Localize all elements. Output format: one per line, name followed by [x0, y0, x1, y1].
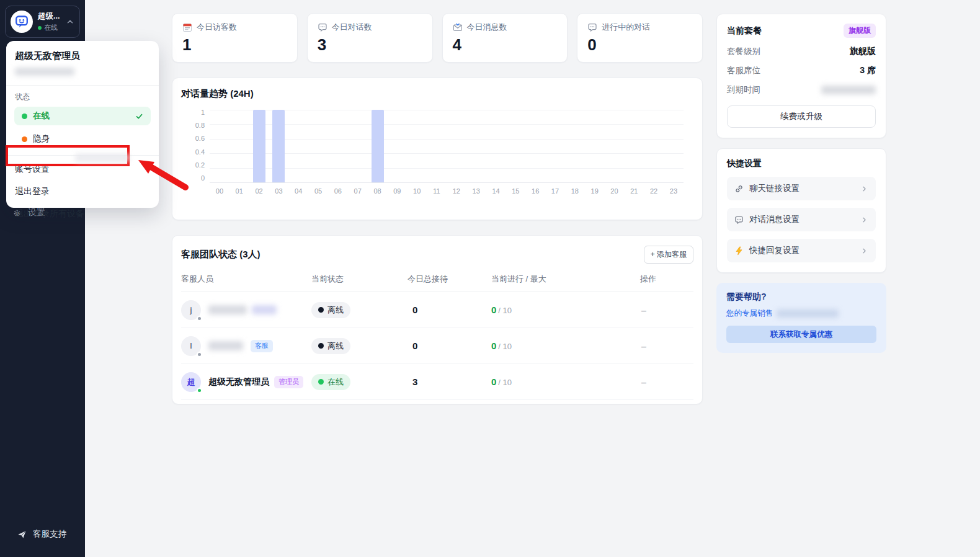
y-tick-label: 0.6	[195, 135, 205, 142]
renew-upgrade-button[interactable]: 续费或升级	[727, 105, 876, 128]
online-status-dot	[38, 26, 42, 30]
chart-x-axis: 0001020304050607080910111213141516171819…	[210, 187, 684, 195]
agent-name: 超级无敌管理员	[208, 377, 269, 388]
bar-slot	[525, 110, 545, 182]
x-tick-label: 17	[545, 187, 565, 195]
help-card: 需要帮助? 您的专属销售 联系获取专属优惠	[716, 283, 886, 353]
column-header-total: 今日总接待	[408, 274, 491, 285]
bar-slot	[664, 110, 684, 182]
role-badge: 管理员	[274, 376, 303, 388]
x-tick-label: 23	[664, 187, 684, 195]
user-dropdown-menu: 超级无敌管理员 状态 在线 隐身 账号设置 退出登录 退出登录所有设备	[6, 41, 159, 208]
bar-slot	[269, 110, 288, 182]
sidebar-item-support[interactable]: 客服支持	[17, 528, 66, 540]
plan-tier-badge: 旗舰版	[844, 24, 876, 38]
bar-slot	[644, 110, 664, 182]
orange-status-dot	[22, 136, 27, 142]
x-tick-label: 15	[506, 187, 525, 195]
chevron-right-icon	[860, 216, 868, 224]
menu-item-account-settings[interactable]: 账号设置	[6, 158, 159, 180]
sidebar-user-name: 超级...	[38, 11, 60, 22]
y-tick-label: 1	[201, 109, 205, 116]
chart-plot-area	[210, 110, 684, 182]
conversation-trend-chart-card: 对话量趋势 (24H) 10.80.60.40.20 0001020304050…	[172, 78, 703, 220]
sidebar-support-label: 客服支持	[33, 528, 66, 540]
quick-item-quick-reply-settings[interactable]: 快捷回复设置	[727, 239, 876, 262]
x-tick-label: 01	[229, 187, 249, 195]
bar-slot	[427, 110, 447, 182]
today-total: 0	[408, 341, 417, 351]
paper-plane-icon	[17, 530, 27, 539]
presence-dot	[197, 316, 202, 321]
avatar: j	[181, 300, 201, 320]
presence-dot	[197, 388, 202, 393]
stat-value: 1	[182, 35, 287, 55]
column-header-actions: 操作	[640, 274, 693, 285]
x-tick-label: 07	[348, 187, 368, 195]
chart-bar	[272, 110, 285, 182]
quick-settings-card: 快捷设置 聊天链接设置 对话消息设置	[716, 148, 886, 273]
bar-slot	[407, 110, 427, 182]
sidebar-user-status: 在线	[44, 23, 58, 32]
bar-slot	[565, 110, 585, 182]
y-tick-label: 0.2	[195, 162, 205, 169]
x-tick-label: 21	[624, 187, 644, 195]
today-total: 3	[408, 377, 417, 387]
status-option-online[interactable]: 在线	[14, 107, 151, 125]
divider	[6, 155, 159, 156]
status-badge: 离线	[311, 302, 350, 318]
bar-slot	[288, 110, 308, 182]
row-action: –	[640, 305, 646, 315]
stat-value: 3	[318, 35, 422, 55]
bar-slot	[605, 110, 625, 182]
chart-bar	[253, 110, 265, 182]
chart-bars	[210, 110, 684, 182]
chart-y-axis: 10.80.60.40.20	[181, 110, 210, 182]
main-content: 今日访客数 1 今日对话数 3	[172, 13, 703, 404]
team-table: 客服人员 当前状态 今日总接待 当前进行 / 最大 操作 j 离线 0 0/ 1…	[181, 274, 693, 400]
chat-bubble-icon	[587, 22, 597, 32]
status-section-label: 状态	[6, 86, 159, 102]
bar-slot	[506, 110, 525, 182]
calendar-icon	[182, 22, 192, 32]
quick-item-message-settings[interactable]: 对话消息设置	[727, 208, 876, 231]
bar-slot	[466, 110, 486, 182]
chart-title: 对话量趋势 (24H)	[181, 88, 693, 100]
current-count: 0	[491, 305, 496, 315]
lightning-icon	[734, 246, 744, 256]
status-badge: 离线	[311, 338, 350, 354]
table-row: l 客服 离线 0 0/ 10 –	[181, 328, 693, 364]
bar-slot	[229, 110, 249, 182]
column-header-current-max: 当前进行 / 最大	[491, 274, 640, 285]
status-badge: 在线	[311, 374, 350, 390]
chevron-right-icon	[860, 247, 868, 255]
x-tick-label: 08	[368, 187, 388, 195]
menu-item-logout-all-devices[interactable]: 退出登录所有设备	[6, 203, 159, 225]
quick-item-chat-link-settings[interactable]: 聊天链接设置	[727, 177, 876, 200]
plan-title: 当前套餐	[727, 25, 762, 37]
redacted-agent-badge	[252, 305, 277, 314]
add-agent-button[interactable]: + 添加客服	[644, 246, 693, 264]
bar-slot	[447, 110, 466, 182]
bar-slot	[624, 110, 644, 182]
link-icon	[734, 184, 744, 194]
chat-smiley-logo-icon	[14, 14, 29, 29]
quick-item-label: 快捷回复设置	[749, 245, 855, 256]
bar-slot	[585, 110, 605, 182]
row-action: –	[640, 341, 646, 351]
column-header-agent: 客服人员	[181, 274, 311, 285]
y-tick-label: 0	[201, 175, 205, 182]
contact-sales-button[interactable]: 联系获取专属优惠	[726, 326, 876, 343]
menu-item-logout[interactable]: 退出登录	[6, 180, 159, 203]
user-menu-trigger[interactable]: 超级... 在线	[5, 6, 80, 38]
stat-label: 进行中的对话	[602, 22, 650, 33]
quick-settings-title: 快捷设置	[727, 158, 876, 169]
chat-bubble-icon	[318, 22, 327, 32]
chevron-right-icon	[860, 185, 868, 193]
x-tick-label: 05	[308, 187, 328, 195]
gridline	[210, 182, 684, 183]
stat-card-ongoing: 进行中的对话 0	[577, 13, 703, 63]
status-option-invisible[interactable]: 隐身	[14, 130, 151, 148]
redacted-agent-name	[208, 341, 243, 350]
stat-label: 今日消息数	[467, 22, 507, 33]
